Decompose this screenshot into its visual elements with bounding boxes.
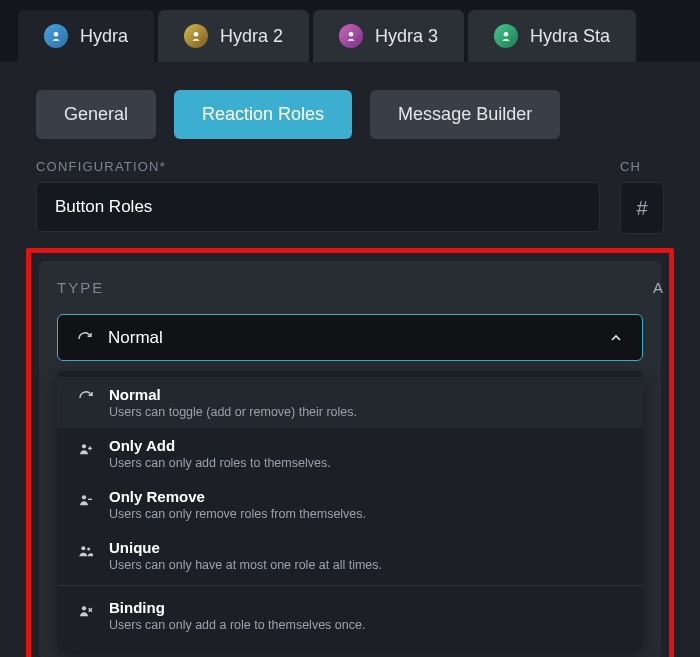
svg-point-2 (349, 32, 354, 37)
tab-hydra[interactable]: Hydra (18, 10, 154, 62)
hydra-icon (494, 24, 518, 48)
config-row: CONFIGURATION* Button Roles CH # (0, 159, 700, 234)
hydra-icon (339, 24, 363, 48)
option-only-remove[interactable]: Only Remove Users can only remove roles … (57, 479, 643, 530)
type-dropdown: Normal Users can toggle (add or remove) … (57, 371, 643, 651)
svg-point-5 (82, 495, 86, 499)
tab-label: Hydra Sta (530, 26, 610, 47)
option-only-add[interactable]: Only Add Users can only add roles to the… (57, 428, 643, 479)
type-select[interactable]: Normal (57, 314, 643, 361)
configuration-select[interactable]: Button Roles (36, 182, 600, 232)
config-col: CONFIGURATION* Button Roles (36, 159, 600, 234)
svg-point-7 (87, 547, 90, 550)
type-select-value: Normal (108, 328, 163, 348)
adjacent-field-stub: A (653, 279, 663, 296)
type-select-left: Normal (76, 327, 163, 348)
option-desc: Users can only remove roles from themsel… (109, 507, 366, 521)
tab-label: Hydra 3 (375, 26, 438, 47)
option-title: Binding (109, 599, 365, 616)
svg-point-3 (504, 32, 509, 37)
tab-hydra-3[interactable]: Hydra 3 (313, 10, 464, 62)
type-panel: TYPE A Normal (39, 261, 661, 657)
highlight-annotation: TYPE A Normal (26, 248, 674, 657)
option-title: Only Remove (109, 488, 366, 505)
option-title: Only Add (109, 437, 331, 454)
tab-hydra-staging[interactable]: Hydra Sta (468, 10, 636, 62)
tab-label: Hydra 2 (220, 26, 283, 47)
option-binding[interactable]: Binding Users can only add a role to the… (57, 585, 643, 645)
svg-point-4 (82, 444, 86, 448)
option-normal[interactable]: Normal Users can toggle (add or remove) … (57, 377, 643, 428)
option-desc: Users can only add a role to themselves … (109, 618, 365, 632)
configuration-label: CONFIGURATION* (36, 159, 600, 174)
option-title: Unique (109, 539, 382, 556)
subtab-reaction-roles[interactable]: Reaction Roles (174, 90, 352, 139)
sub-tabs: General Reaction Roles Message Builder (0, 62, 700, 159)
option-desc: Users can only have at most one role at … (109, 558, 382, 572)
option-desc: Users can only add roles to themselves. (109, 456, 331, 470)
channel-label: CH (620, 159, 664, 174)
svg-point-0 (54, 32, 59, 37)
option-title: Normal (109, 386, 357, 403)
hydra-icon (184, 24, 208, 48)
svg-point-8 (82, 606, 86, 610)
users-icon (77, 542, 95, 560)
bot-tabs: Hydra Hydra 2 Hydra 3 Hydra Sta (0, 0, 700, 62)
option-desc: Users can toggle (add or remove) their r… (109, 405, 357, 419)
svg-point-6 (81, 546, 85, 550)
svg-point-1 (194, 32, 199, 37)
option-unique[interactable]: Unique Users can only have at most one r… (57, 530, 643, 581)
subtab-general[interactable]: General (36, 90, 156, 139)
subtab-message-builder[interactable]: Message Builder (370, 90, 560, 139)
user-plus-icon (77, 440, 95, 458)
channel-col: CH # (620, 159, 664, 234)
user-minus-icon (77, 491, 95, 509)
content-area: General Reaction Roles Message Builder C… (0, 62, 700, 657)
tab-label: Hydra (80, 26, 128, 47)
hydra-icon (44, 24, 68, 48)
user-x-icon (77, 602, 95, 620)
refresh-icon (77, 389, 95, 407)
type-header: TYPE A (57, 279, 643, 296)
type-label: TYPE (57, 279, 104, 296)
channel-select[interactable]: # (620, 182, 664, 234)
tab-hydra-2[interactable]: Hydra 2 (158, 10, 309, 62)
refresh-icon (76, 330, 94, 348)
chevron-up-icon (608, 330, 624, 346)
